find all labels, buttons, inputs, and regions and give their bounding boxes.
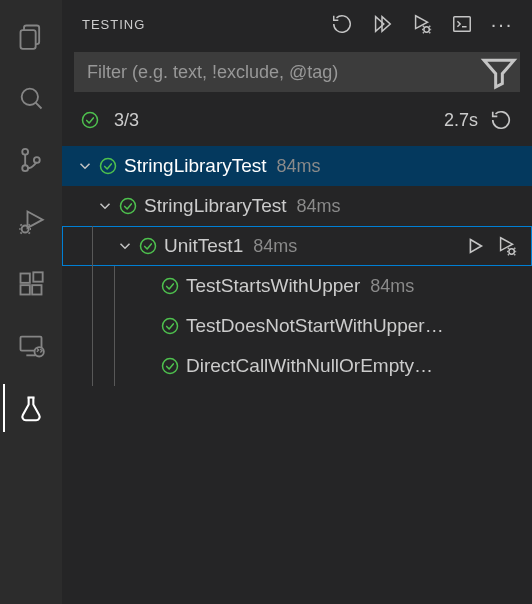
svg-rect-17: [32, 285, 41, 294]
activity-source-control[interactable]: [3, 140, 59, 180]
chevron-down-icon[interactable]: [94, 197, 116, 215]
testing-panel: TESTING ···: [62, 0, 532, 604]
tree-row-test[interactable]: TestStartsWithUpper 84ms: [62, 266, 532, 306]
run-all-tests-button[interactable]: [364, 8, 400, 40]
svg-point-47: [163, 279, 178, 294]
tree-row-class[interactable]: UnitTest1 84ms: [62, 226, 532, 266]
show-output-button[interactable]: [444, 8, 480, 40]
play-icon: [464, 235, 486, 257]
tree-row-test[interactable]: DirectCallWithNullOrEmpty…: [62, 346, 532, 386]
chevron-down-icon[interactable]: [114, 237, 136, 255]
tree-row-label: UnitTest1: [164, 235, 243, 257]
tree-row-label: TestDoesNotStartWithUpper…: [186, 315, 532, 337]
summary-duration: 2.7s: [444, 110, 478, 131]
svg-point-36: [121, 199, 136, 214]
refresh-tests-button[interactable]: [324, 8, 360, 40]
summary-count: 3/3: [114, 110, 139, 131]
svg-point-34: [83, 113, 98, 128]
svg-rect-32: [454, 17, 471, 32]
app-root: TESTING ···: [0, 0, 532, 604]
chevron-down-icon[interactable]: [74, 157, 96, 175]
tree-row-namespace[interactable]: StringLibraryTest 84ms: [62, 186, 532, 226]
panel-title: TESTING: [82, 17, 318, 32]
svg-line-41: [508, 248, 509, 249]
svg-line-30: [423, 32, 424, 33]
svg-rect-1: [21, 30, 36, 49]
svg-point-48: [163, 319, 178, 334]
svg-rect-15: [21, 274, 30, 283]
ellipsis-icon: ···: [491, 14, 514, 34]
tree-row-label: StringLibraryTest: [144, 195, 287, 217]
tree-row-label: StringLibraryTest: [124, 155, 267, 177]
status-pass-icon: [158, 316, 182, 336]
svg-point-21: [35, 347, 44, 356]
svg-point-4: [22, 149, 28, 155]
status-pass-icon: [158, 276, 182, 296]
filter-menu-button[interactable]: [479, 53, 519, 91]
test-summary: 3/3 2.7s: [62, 100, 532, 140]
status-pass-icon: [96, 156, 120, 176]
tree-row-time: 84ms: [370, 276, 414, 297]
svg-line-13: [21, 233, 22, 234]
activity-testing[interactable]: [3, 388, 59, 428]
activity-run-debug[interactable]: [3, 202, 59, 242]
svg-line-26: [423, 26, 424, 27]
panel-header: TESTING ···: [62, 0, 532, 48]
svg-line-27: [429, 26, 430, 27]
tree-row-label: DirectCallWithNullOrEmpty…: [186, 355, 532, 377]
tree-row-time: 84ms: [277, 156, 321, 177]
svg-point-37: [141, 239, 156, 254]
play-bug-icon: [496, 235, 518, 257]
debug-all-tests-button[interactable]: [404, 8, 440, 40]
refresh-icon: [490, 109, 512, 131]
rerun-button[interactable]: [486, 104, 516, 136]
activity-bar: [0, 0, 62, 604]
activity-search[interactable]: [3, 78, 59, 118]
svg-point-8: [22, 226, 29, 233]
filter-input[interactable]: [75, 62, 479, 83]
svg-point-5: [22, 165, 28, 171]
svg-line-14: [29, 233, 30, 234]
status-pass-icon: [158, 356, 182, 376]
svg-line-31: [429, 32, 430, 33]
run-test-button[interactable]: [460, 230, 490, 262]
tree-row-time: 84ms: [253, 236, 297, 257]
svg-point-6: [34, 157, 40, 163]
svg-point-25: [424, 27, 430, 33]
svg-marker-38: [470, 240, 481, 253]
filter-container: [74, 52, 520, 92]
svg-line-45: [508, 254, 509, 255]
svg-line-46: [514, 254, 515, 255]
svg-line-3: [36, 103, 42, 109]
svg-point-2: [22, 89, 38, 105]
activity-explorer[interactable]: [3, 16, 59, 56]
status-pass-icon: [136, 236, 160, 256]
svg-line-10: [29, 224, 30, 225]
tree-row-actions: [460, 230, 532, 262]
test-tree: StringLibraryTest 84ms StringLibraryTest…: [62, 140, 532, 386]
tree-row-label: TestStartsWithUpper: [186, 275, 360, 297]
svg-rect-16: [21, 285, 30, 294]
status-pass-icon: [116, 196, 140, 216]
tree-row-test[interactable]: TestDoesNotStartWithUpper…: [62, 306, 532, 346]
tree-row-time: 84ms: [297, 196, 341, 217]
more-actions-button[interactable]: ···: [484, 8, 520, 40]
terminal-icon: [451, 13, 473, 35]
svg-point-40: [509, 249, 514, 255]
svg-line-9: [21, 224, 22, 225]
play-all-icon: [371, 13, 393, 35]
play-bug-icon: [411, 13, 433, 35]
debug-test-button[interactable]: [492, 230, 522, 262]
svg-line-42: [514, 248, 515, 249]
svg-point-35: [101, 159, 116, 174]
funnel-icon: [479, 52, 519, 92]
summary-status-icon: [78, 110, 102, 130]
svg-point-49: [163, 359, 178, 374]
tree-row-root[interactable]: StringLibraryTest 84ms: [62, 146, 532, 186]
svg-rect-18: [33, 272, 42, 281]
refresh-icon: [331, 13, 353, 35]
panel-header-actions: ···: [324, 8, 520, 40]
activity-remote[interactable]: [3, 326, 59, 366]
activity-extensions[interactable]: [3, 264, 59, 304]
